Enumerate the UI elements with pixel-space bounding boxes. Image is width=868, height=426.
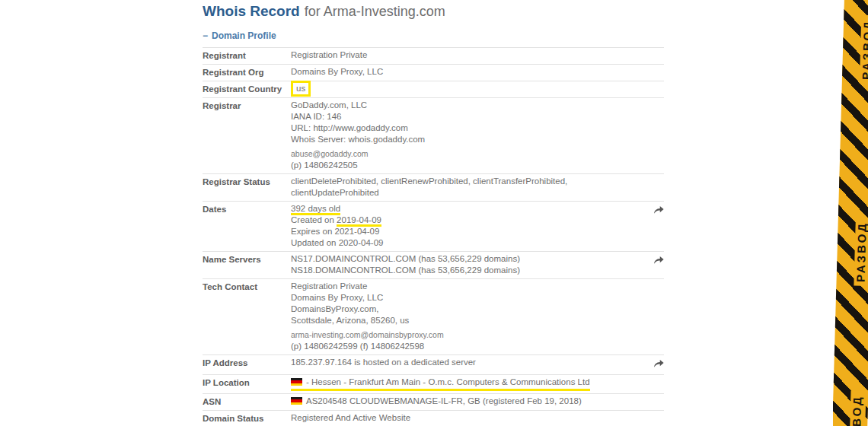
value-line: Whois Server: whois.godaddy.com bbox=[291, 134, 647, 145]
value-text: arma-investing.com@domainsbyproxy.com bbox=[291, 330, 444, 339]
row-label: Registrar Status bbox=[203, 176, 291, 199]
row-value: 392 days oldCreated on 2019-04-09Expires… bbox=[291, 203, 647, 249]
value-text: DomainsByProxy.com, bbox=[291, 304, 378, 313]
value-line: Created on 2019-04-09 bbox=[291, 215, 647, 226]
table-row: IP Location- Hessen - Frankfurt Am Main … bbox=[203, 374, 664, 393]
whois-page: Whois Recordfor Arma-Investing.com −Doma… bbox=[0, 0, 868, 426]
share-arrow-icon[interactable] bbox=[653, 205, 664, 215]
row-actions bbox=[647, 253, 664, 276]
row-label: Name Servers bbox=[203, 253, 291, 276]
value-text: NS18.DOMAINCONTROL.COM (has 53,656,229 d… bbox=[291, 265, 520, 275]
table-row: Registrant OrgDomains By Proxy, LLC bbox=[203, 64, 664, 81]
value-text: Registration Private bbox=[291, 50, 367, 59]
share-arrow-icon[interactable] bbox=[653, 256, 664, 265]
share-arrow-icon[interactable] bbox=[653, 359, 664, 369]
value-line: Registration Private bbox=[291, 281, 647, 292]
row-value: AS204548 CLOUDWEBMANAGE-IL-FR, GB (regis… bbox=[291, 396, 647, 408]
value-line: - Hessen - Frankfurt Am Main - O.m.c. Co… bbox=[291, 377, 647, 391]
value-line: Scottsdale, Arizona, 85260, us bbox=[291, 315, 647, 326]
value-text: URL: http://www.godaddy.com bbox=[291, 123, 408, 132]
table-row: ASNAS204548 CLOUDWEBMANAGE-IL-FR, GB (re… bbox=[203, 393, 664, 410]
yellow-underline-annotation: - Hessen - Frankfurt Am Main - O.m.c. Co… bbox=[291, 377, 590, 391]
table-row: IP Address185.237.97.164 is hosted on a … bbox=[203, 354, 664, 374]
page-title-primary: Whois Record bbox=[203, 3, 300, 19]
germany-flag-icon bbox=[291, 397, 302, 405]
table-row: Registrar StatusclientDeleteProhibited, … bbox=[203, 173, 664, 201]
row-actions bbox=[647, 412, 664, 424]
row-value: clientDeleteProhibited, clientRenewProhi… bbox=[291, 176, 647, 199]
value-line: clientDeleteProhibited, clientRenewProhi… bbox=[291, 176, 647, 187]
table-row: Registrant Countryus bbox=[203, 81, 664, 97]
value-line: abuse@godaddy.com bbox=[291, 148, 647, 160]
domain-profile-toggle[interactable]: −Domain Profile bbox=[203, 30, 664, 41]
row-actions bbox=[647, 83, 664, 95]
row-actions bbox=[647, 100, 664, 171]
value-text: IANA ID: 146 bbox=[291, 112, 341, 121]
value-text: (p) 14806242505 bbox=[291, 161, 358, 170]
value-line: URL: http://www.godaddy.com bbox=[291, 122, 647, 134]
scam-warning-tape: РАЗВОД РАЗВОД РАЗВОД bbox=[833, 0, 868, 426]
row-label: Dates bbox=[203, 203, 291, 249]
value-line: Domains By Proxy, LLC bbox=[291, 292, 647, 304]
row-label: IP Address bbox=[203, 357, 291, 372]
row-actions bbox=[647, 66, 664, 78]
collapse-minus-icon[interactable]: − bbox=[203, 30, 208, 41]
value-text: clientDeleteProhibited, clientRenewProhi… bbox=[291, 176, 567, 186]
caution-tape: РАЗВОД РАЗВОД РАЗВОД bbox=[833, 0, 868, 426]
row-value: Registration PrivateDomains By Proxy, LL… bbox=[291, 281, 647, 352]
table-row: RegistrantRegistration Private bbox=[203, 47, 664, 64]
row-label: IP Location bbox=[203, 377, 291, 391]
row-label: Registrar bbox=[203, 100, 291, 171]
value-line: (p) 14806242599 (f) 14806242598 bbox=[291, 341, 647, 352]
table-row: Tech ContactRegistration PrivateDomains … bbox=[203, 278, 664, 354]
row-label: ASN bbox=[203, 396, 291, 408]
value-line: clientUpdateProhibited bbox=[291, 187, 647, 199]
value-line: IANA ID: 146 bbox=[291, 111, 647, 122]
value-text: Updated on 2020-04-09 bbox=[291, 238, 384, 247]
value-line: Domains By Proxy, LLC bbox=[291, 66, 647, 78]
table-row: Dates392 days oldCreated on 2019-04-09Ex… bbox=[203, 201, 664, 251]
value-line: 392 days old bbox=[291, 203, 647, 215]
yellow-underlined-text: 392 days old bbox=[291, 204, 340, 215]
row-actions bbox=[647, 357, 664, 372]
value-text: Scottsdale, Arizona, 85260, us bbox=[291, 316, 409, 325]
row-value: us bbox=[291, 83, 647, 95]
domain-profile-toggle-label[interactable]: Domain Profile bbox=[212, 30, 276, 41]
row-value: 185.237.97.164 is hosted on a dedicated … bbox=[291, 357, 647, 372]
page-title-secondary: for Arma-Investing.com bbox=[305, 4, 445, 19]
table-row: Name ServersNS17.DOMAINCONTROL.COM (has … bbox=[203, 251, 664, 278]
row-value: Registration Private bbox=[291, 49, 647, 62]
row-value: Registered And Active Website bbox=[291, 412, 647, 424]
value-text: Whois Server: whois.godaddy.com bbox=[291, 135, 425, 144]
row-value: - Hessen - Frankfurt Am Main - O.m.c. Co… bbox=[291, 377, 647, 391]
value-line: 185.237.97.164 is hosted on a dedicated … bbox=[291, 357, 647, 368]
germany-flag-icon bbox=[291, 378, 302, 386]
value-line: Registration Private bbox=[291, 49, 647, 61]
row-actions bbox=[647, 396, 664, 408]
yellow-boxed-text: us bbox=[291, 81, 311, 97]
value-line: AS204548 CLOUDWEBMANAGE-IL-FR, GB (regis… bbox=[291, 396, 647, 407]
table-row: RegistrarGoDaddy.com, LLCIANA ID: 146URL… bbox=[203, 97, 664, 173]
value-text: Created on bbox=[291, 215, 337, 224]
value-line: DomainsByProxy.com, bbox=[291, 304, 647, 315]
row-actions bbox=[647, 49, 664, 62]
row-label: Registrant Org bbox=[203, 66, 291, 78]
page-title: Whois Recordfor Arma-Investing.com bbox=[203, 3, 664, 20]
tape-text: РАЗВОД bbox=[849, 391, 866, 426]
yellow-underlined-text: 2019-04-09 bbox=[337, 215, 381, 227]
value-line: Expires on 2021-04-09 bbox=[291, 226, 647, 237]
row-actions bbox=[647, 377, 664, 391]
value-text: Expires on 2021-04-09 bbox=[291, 227, 379, 236]
row-value: Domains By Proxy, LLC bbox=[291, 66, 647, 78]
value-text: GoDaddy.com, LLC bbox=[291, 100, 367, 110]
row-label: Registrant Country bbox=[203, 83, 291, 95]
row-actions bbox=[647, 203, 664, 249]
value-line: Updated on 2020-04-09 bbox=[291, 237, 647, 249]
value-line: Registered And Active Website bbox=[291, 412, 647, 424]
whois-record-table: RegistrantRegistration PrivateRegistrant… bbox=[203, 47, 664, 426]
tape-text: РАЗВОД bbox=[860, 15, 868, 84]
value-text: AS204548 CLOUDWEBMANAGE-IL-FR, GB (regis… bbox=[306, 396, 582, 405]
value-text: Domains By Proxy, LLC bbox=[291, 293, 383, 302]
row-label: Registrant bbox=[203, 49, 291, 62]
value-text: Registered And Active Website bbox=[291, 413, 410, 422]
